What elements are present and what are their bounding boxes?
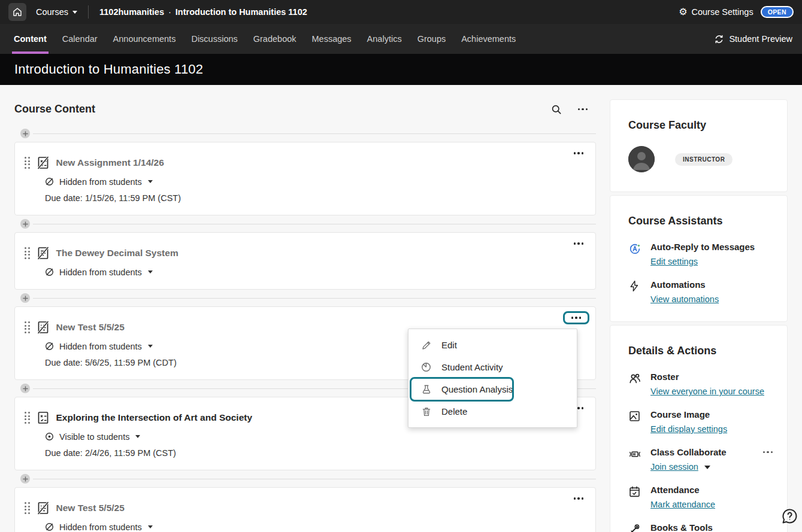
menu-item-edit[interactable]: Edit bbox=[408, 334, 577, 356]
plus-icon bbox=[20, 129, 30, 138]
people-icon bbox=[628, 372, 641, 397]
menu-item-question-analysis[interactable]: Question Analysis bbox=[408, 378, 577, 400]
menu-item-student-activity[interactable]: Student Activity bbox=[408, 356, 577, 378]
instructor-avatar[interactable] bbox=[628, 146, 655, 172]
tab-calendar[interactable]: Calendar bbox=[55, 24, 105, 54]
add-content-divider[interactable] bbox=[14, 215, 596, 232]
visibility-selector[interactable]: Hidden from students bbox=[44, 177, 583, 187]
class-collaborate-item: Class Collaborate Join session bbox=[628, 447, 774, 472]
item-title[interactable]: The Dewey Decimal System bbox=[56, 248, 178, 259]
eye-slash-icon bbox=[44, 341, 55, 351]
eye-slash-icon bbox=[44, 267, 55, 277]
drag-handle-icon[interactable] bbox=[25, 411, 30, 425]
page-title: Introduction to Humanities 1102 bbox=[14, 62, 203, 77]
breadcrumb-separator: · bbox=[168, 7, 171, 17]
mark-attendance-link[interactable]: Mark attendance bbox=[650, 500, 715, 509]
course-banner: Introduction to Humanities 1102 bbox=[0, 54, 802, 85]
add-content-divider[interactable] bbox=[14, 470, 596, 487]
course-settings-button[interactable]: ⚙ Course Settings bbox=[679, 7, 753, 17]
course-sidebar: Course Faculty INSTRUCTOR Course Assista… bbox=[610, 99, 788, 532]
flask-icon bbox=[420, 384, 432, 395]
edit-display-settings-link[interactable]: Edit display settings bbox=[650, 424, 727, 434]
course-image-title: Course Image bbox=[650, 409, 727, 419]
add-content-divider[interactable] bbox=[14, 125, 596, 142]
tab-groups[interactable]: Groups bbox=[410, 24, 454, 54]
breadcrumb-course-id: 1102humanities bbox=[99, 7, 164, 17]
visibility-selector[interactable]: Hidden from students bbox=[44, 522, 583, 532]
menu-item-delete[interactable]: Delete bbox=[408, 400, 577, 422]
course-assistants-panel: Course Assistants Auto-Reply to Messages… bbox=[610, 195, 788, 322]
drag-handle-icon[interactable] bbox=[25, 501, 30, 515]
course-content-panel: Course Content New Assignment 1/14/26 bbox=[14, 99, 596, 532]
course-faculty-panel: Course Faculty INSTRUCTOR bbox=[610, 99, 788, 192]
trash-icon bbox=[420, 406, 432, 417]
pencil-icon bbox=[420, 340, 432, 351]
help-button[interactable] bbox=[780, 507, 799, 525]
open-status-badge[interactable]: OPEN bbox=[761, 6, 794, 18]
attendance-title: Attendance bbox=[650, 485, 715, 495]
edit-settings-link[interactable]: Edit settings bbox=[650, 257, 698, 266]
item-title[interactable]: New Test 5/5/25 bbox=[56, 322, 125, 333]
tab-gradebook[interactable]: Gradebook bbox=[246, 24, 304, 54]
auto-reply-title: Auto-Reply to Messages bbox=[650, 242, 755, 252]
chevron-down-icon bbox=[148, 345, 153, 348]
breadcrumb: 1102humanities · Introduction to Humanit… bbox=[99, 7, 307, 17]
tab-discussions[interactable]: Discussions bbox=[183, 24, 245, 54]
visibility-label: Hidden from students bbox=[59, 522, 142, 532]
visibility-label: Visible to students bbox=[59, 432, 129, 442]
chevron-down-icon bbox=[135, 435, 140, 438]
content-options-menu-icon[interactable] bbox=[577, 108, 589, 111]
visibility-selector[interactable]: Visible to students bbox=[44, 431, 583, 442]
content-item-dewey-decimal: The Dewey Decimal System Hidden from stu… bbox=[14, 232, 596, 290]
item-context-menu: Edit Student Activity Question Analysis bbox=[408, 329, 577, 428]
home-icon bbox=[12, 7, 23, 17]
item-options-menu-icon-highlighted[interactable] bbox=[563, 311, 589, 324]
item-title[interactable]: New Test 5/5/25 bbox=[56, 503, 125, 513]
course-image-item: Course Image Edit display settings bbox=[628, 409, 774, 434]
attendance-item: Attendance Mark attendance bbox=[628, 485, 774, 510]
courses-menu[interactable]: Courses bbox=[36, 7, 77, 17]
visibility-label: Hidden from students bbox=[59, 342, 142, 351]
home-button[interactable] bbox=[8, 3, 26, 21]
tab-announcements[interactable]: Announcements bbox=[105, 24, 184, 54]
assignment-hidden-icon bbox=[36, 156, 50, 170]
roster-title: Roster bbox=[650, 372, 764, 382]
add-content-divider[interactable] bbox=[14, 290, 596, 306]
plus-icon bbox=[20, 219, 30, 229]
tab-analytics[interactable]: Analytics bbox=[359, 24, 410, 54]
item-title[interactable]: Exploring the Intersection of Art and So… bbox=[56, 412, 253, 423]
visibility-selector[interactable]: Hidden from students bbox=[44, 267, 583, 277]
test-hidden-icon bbox=[36, 320, 50, 335]
tab-messages[interactable]: Messages bbox=[304, 24, 359, 54]
item-options-menu-icon[interactable] bbox=[573, 242, 585, 245]
chevron-down-icon bbox=[72, 11, 77, 14]
automations-item: Automations View automations bbox=[628, 279, 774, 305]
auto-reply-item: Auto-Reply to Messages Edit settings bbox=[628, 242, 774, 267]
plus-icon bbox=[20, 293, 30, 303]
course-faculty-heading: Course Faculty bbox=[628, 119, 774, 132]
details-actions-heading: Details & Actions bbox=[628, 345, 774, 357]
drag-handle-icon[interactable] bbox=[25, 320, 30, 335]
chevron-down-icon[interactable] bbox=[704, 466, 710, 469]
class-collaborate-title: Class Collaborate bbox=[650, 447, 727, 457]
item-title[interactable]: New Assignment 1/14/26 bbox=[56, 157, 164, 168]
plus-icon bbox=[20, 384, 30, 393]
course-nav: Content Calendar Announcements Discussio… bbox=[0, 24, 802, 54]
lightning-icon bbox=[628, 279, 641, 305]
drag-handle-icon[interactable] bbox=[25, 156, 30, 170]
view-automations-link[interactable]: View automations bbox=[650, 294, 719, 304]
tab-content[interactable]: Content bbox=[6, 24, 55, 54]
search-icon[interactable] bbox=[550, 104, 562, 115]
document-hidden-icon bbox=[36, 246, 50, 260]
course-content-heading: Course Content bbox=[14, 103, 95, 115]
view-everyone-link[interactable]: View everyone in your course bbox=[650, 387, 764, 396]
student-preview-button[interactable]: Student Preview bbox=[714, 34, 796, 44]
item-options-menu-icon[interactable] bbox=[573, 497, 585, 500]
collaborate-options-menu-icon[interactable] bbox=[762, 451, 774, 454]
item-options-menu-icon[interactable] bbox=[573, 152, 585, 154]
tab-achievements[interactable]: Achievements bbox=[453, 24, 523, 54]
drag-handle-icon[interactable] bbox=[25, 246, 30, 260]
details-actions-panel: Details & Actions Roster View everyone i… bbox=[610, 325, 788, 532]
eye-slash-icon bbox=[44, 177, 55, 187]
join-session-link[interactable]: Join session bbox=[650, 462, 698, 472]
